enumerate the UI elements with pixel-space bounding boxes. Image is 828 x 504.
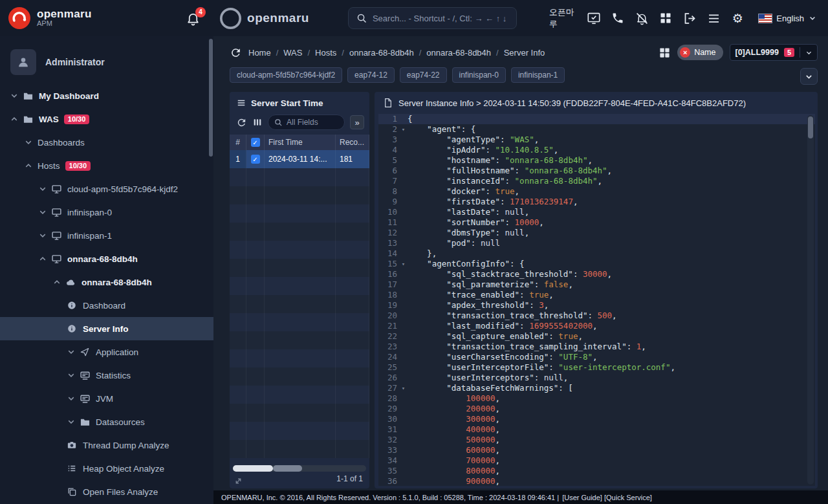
line-number: 16	[378, 269, 399, 279]
sidebar-item-server-info[interactable]: Server Info	[0, 317, 213, 340]
sidebar-item-infinispan-1[interactable]: infinispan-1	[0, 224, 213, 247]
apps-grid-icon[interactable]	[659, 11, 673, 25]
refresh-icon[interactable]	[230, 47, 242, 59]
remove-filter-icon[interactable]: ×	[680, 47, 690, 58]
fold-caret-icon[interactable]: ▾	[399, 259, 408, 269]
sidebar-item-onnara-68-8db4h[interactable]: onnara-68-8db4h	[0, 247, 213, 270]
empty-table-row	[230, 204, 369, 223]
chevron-down-icon[interactable]	[10, 92, 18, 100]
breadcrumb-item[interactable]: onnara-68-8db4h	[349, 48, 414, 58]
breadcrumb-item[interactable]: Server Info	[504, 48, 545, 58]
sidebar-item-thread-dump-analyze[interactable]: Thread Dump Analyze	[0, 433, 213, 457]
monitor-check-icon[interactable]	[587, 11, 601, 25]
column-reco[interactable]: Reco...	[336, 135, 369, 150]
fold-caret-icon	[399, 321, 408, 331]
instance-tag[interactable]: infinispan-0	[452, 67, 506, 83]
json-code-viewer[interactable]: 1{2▾ "agent": {3 "agentType": "WAS",4 "i…	[378, 114, 815, 486]
chevron-down-icon[interactable]	[67, 371, 75, 379]
empty-table-row	[230, 295, 369, 313]
sidebar-item-dashboard[interactable]: Dashboard	[0, 294, 213, 317]
scrollbar-thumb[interactable]	[273, 465, 302, 472]
chevron-up-icon[interactable]	[10, 115, 18, 123]
chevron-down-icon[interactable]	[25, 138, 32, 146]
sidebar-item-jvm[interactable]: JVM	[0, 387, 213, 410]
chevron-down-icon[interactable]	[67, 418, 75, 426]
resize-handle-icon[interactable]	[234, 477, 243, 485]
global-search-input[interactable]: Search... - Shortcut - /, Ctl: → ← ↑ ↓	[348, 7, 517, 29]
folder-icon	[23, 115, 34, 124]
line-number: 33	[378, 445, 399, 455]
sidebar-item-application[interactable]: Application	[0, 340, 213, 364]
code-line: 8 "docker": true,	[378, 186, 815, 197]
fold-caret-icon[interactable]: ▾	[399, 383, 408, 393]
sidebar-item-onnara-68-8db4h[interactable]: onnara-68-8db4h	[0, 270, 213, 294]
settings-gear-icon[interactable]: ⚙	[730, 11, 745, 25]
hamburger-icon[interactable]	[237, 98, 246, 107]
cloud-icon	[66, 278, 76, 287]
bell-slash-icon[interactable]	[635, 11, 649, 25]
refresh-icon[interactable]	[236, 117, 247, 128]
phone-icon[interactable]	[611, 11, 625, 25]
fold-caret-icon	[399, 114, 408, 124]
line-number: 13	[378, 238, 399, 248]
menu-icon[interactable]	[706, 11, 721, 25]
column-first-time[interactable]: First Time	[265, 135, 336, 150]
select-all-checkbox[interactable]: ✓	[251, 138, 260, 147]
instance-tag[interactable]: infinispan-1	[511, 67, 565, 83]
notifications-button[interactable]: 4	[186, 11, 201, 26]
code-line: 5 "hostname": "onnara-68-8db4h",	[378, 155, 815, 166]
row-checkbox[interactable]: ✓	[251, 155, 260, 164]
horizontal-scrollbar[interactable]	[233, 465, 366, 472]
line-number: 35	[378, 466, 399, 476]
sidebar-item-hosts[interactable]: Hosts10/30	[0, 154, 213, 177]
instance-tag[interactable]: eap74-22	[400, 67, 447, 83]
chevron-down-icon[interactable]	[67, 395, 75, 402]
column-checkbox[interactable]: ✓	[246, 135, 265, 150]
grid-view-icon[interactable]	[659, 47, 671, 59]
breadcrumb-item[interactable]: WAS	[283, 48, 302, 58]
chevron-down-icon[interactable]	[39, 185, 47, 193]
chevron-down-icon[interactable]	[39, 232, 47, 239]
sidebar-item-dashboards[interactable]: Dashboards	[0, 131, 213, 154]
sidebar-item-heap-object-analyze[interactable]: Heap Object Analyze	[0, 457, 213, 480]
breadcrumb-item[interactable]: Hosts	[315, 48, 336, 58]
logout-icon[interactable]	[682, 11, 697, 25]
fold-caret-icon	[399, 373, 408, 383]
chevron-up-icon[interactable]	[39, 255, 47, 263]
breadcrumb-item[interactable]: Home	[248, 48, 271, 58]
language-selector[interactable]: English	[759, 14, 816, 23]
sidebar-item-datasources[interactable]: Datasources	[0, 410, 213, 433]
footer-link[interactable]: [Quick Service]	[604, 494, 652, 501]
footer-link[interactable]: [User Guide]	[562, 494, 602, 501]
user-avatar[interactable]	[10, 49, 36, 75]
instance-tag[interactable]: cloud-apm-5fd5b7c964-kjdf2	[230, 67, 342, 83]
columns-icon[interactable]	[252, 117, 263, 127]
sidebar-scrollbar[interactable]	[209, 39, 213, 504]
line-number: 21	[378, 321, 399, 331]
sidebar-item-infinispan-0[interactable]: infinispan-0	[0, 201, 213, 224]
vertical-scrollbar[interactable]	[807, 115, 814, 485]
sidebar-item-my-dashboard[interactable]: My Dashboard	[0, 84, 213, 107]
sidebar-scroll-thumb[interactable]	[209, 39, 213, 157]
chevron-down-icon[interactable]	[67, 348, 75, 356]
breadcrumb-item[interactable]: onnara-68-8db4h	[426, 48, 491, 58]
instance-select-dropdown[interactable]: [0]ALL9999 5	[730, 44, 818, 61]
fields-search-input[interactable]: All Fields	[268, 115, 345, 130]
table-row[interactable]: 1✓2024-03-11 14:...181	[230, 150, 369, 168]
chevron-up-icon[interactable]	[25, 162, 32, 170]
panel-collapse-button[interactable]	[800, 68, 818, 85]
chevron-down-icon[interactable]	[39, 208, 47, 216]
scrollbar-thumb[interactable]	[808, 116, 813, 138]
instance-select-value: [0]ALL9999	[735, 48, 778, 57]
name-filter-pill[interactable]: × Name	[677, 45, 723, 60]
chevron-up-icon[interactable]	[53, 278, 61, 286]
app-logo[interactable]: openmaru APM	[8, 6, 121, 30]
sidebar-item-cloud-apm-5fd5b7c964-kjdf2[interactable]: cloud-apm-5fd5b7c964-kjdf2	[0, 177, 213, 201]
sidebar-item-open-files-analyze[interactable]: Open Files Analyze	[0, 480, 213, 503]
instance-tag[interactable]: eap74-12	[347, 67, 395, 83]
sidebar-item-was[interactable]: WAS10/30	[0, 107, 213, 131]
expand-panel-button[interactable]: »	[350, 115, 364, 129]
sidebar-item-statistics[interactable]: Statistics	[0, 364, 213, 387]
column-number[interactable]: #	[230, 135, 246, 150]
fold-caret-icon[interactable]: ▾	[399, 124, 408, 135]
